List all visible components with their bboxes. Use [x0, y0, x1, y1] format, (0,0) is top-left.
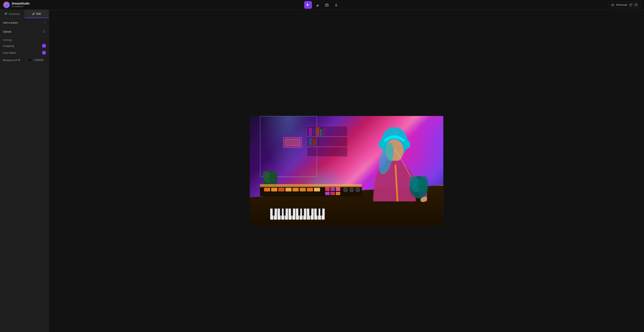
- svg-rect-55: [325, 187, 330, 191]
- svg-rect-10: [612, 5, 612, 5]
- svg-rect-35: [317, 137, 320, 146]
- piano-key: [309, 208, 311, 216]
- svg-rect-32: [322, 128, 326, 136]
- svg-rect-17: [6, 14, 7, 15]
- svg-rect-46: [260, 184, 362, 187]
- svg-rect-18: [7, 13, 7, 13]
- svg-rect-16: [5, 14, 6, 15]
- svg-rect-34: [312, 139, 316, 146]
- tab-generate[interactable]: Generate: [0, 10, 24, 18]
- svg-rect-50: [286, 188, 292, 191]
- svg-rect-8: [613, 4, 613, 4]
- piano-key: [284, 208, 286, 216]
- svg-rect-26: [307, 136, 348, 137]
- svg-rect-15: [6, 13, 7, 14]
- svg-rect-3: [325, 4, 328, 6]
- tab-generate-label: Generate: [9, 12, 20, 15]
- shortcuts-button[interactable]: Shortcuts ⌘ K: [608, 2, 641, 8]
- bg-fill-hash-input: #: [34, 59, 46, 61]
- snapping-label: Snapping: [3, 44, 14, 47]
- app-header: DreamStudio by stability.ai: [0, 0, 644, 10]
- sidebar-tab-bar: Generate Edit: [0, 10, 49, 18]
- auto-flatten-label: Auto flatten: [3, 51, 16, 54]
- add-dream-row[interactable]: Add a dream +: [0, 18, 49, 27]
- svg-rect-56: [330, 187, 335, 191]
- svg-point-61: [344, 188, 348, 192]
- cursor-tool-button[interactable]: [304, 1, 312, 9]
- svg-rect-13: [612, 5, 614, 6]
- svg-rect-2: [316, 6, 319, 6]
- svg-rect-53: [307, 188, 313, 191]
- add-dream-label: Add a dream: [3, 21, 18, 24]
- auto-flatten-check-icon: ✓: [43, 51, 45, 54]
- screenshot-button[interactable]: [323, 1, 331, 9]
- svg-point-63: [356, 188, 360, 192]
- upload-section: Upload: [0, 27, 49, 36]
- synth-console: [260, 184, 362, 196]
- svg-rect-31: [320, 129, 322, 136]
- svg-rect-60: [336, 192, 340, 195]
- svg-rect-7: [612, 4, 613, 4]
- plant-right: [409, 175, 429, 199]
- snapping-checkbox[interactable]: ✓: [42, 44, 46, 48]
- snapping-row: Snapping ✓: [0, 42, 49, 49]
- piano-key: [302, 208, 304, 216]
- download-button[interactable]: [332, 1, 340, 9]
- settings-section: Settings Snapping ✓ Auto flatten ✓ Backg…: [0, 36, 49, 64]
- bg-fill-hex-input[interactable]: [35, 59, 46, 61]
- hash-symbol: #: [34, 59, 35, 61]
- svg-rect-28: [309, 128, 312, 136]
- kbd-k: K: [634, 3, 638, 6]
- canvas-image: [250, 116, 443, 226]
- svg-rect-44: [286, 139, 300, 146]
- neon-sign: [282, 136, 303, 149]
- svg-point-62: [350, 188, 354, 192]
- logo-area: DreamStudio by stability.ai: [3, 2, 30, 8]
- svg-point-0: [5, 3, 8, 6]
- header-right: Shortcuts ⌘ K: [608, 2, 641, 8]
- svg-rect-52: [300, 188, 306, 191]
- piano-key: [316, 208, 319, 216]
- auto-flatten-row: Auto flatten ✓: [0, 49, 49, 56]
- background-fill-label: Background fill: [3, 59, 20, 62]
- bg-fill-controls: #: [28, 58, 46, 62]
- svg-rect-30: [316, 127, 319, 136]
- upload-label: Upload: [3, 30, 11, 33]
- piano-key: [298, 208, 300, 216]
- svg-rect-29: [312, 129, 315, 136]
- piano-key: [291, 208, 293, 216]
- app-name: DreamStudio: [12, 2, 30, 5]
- svg-rect-12: [614, 5, 614, 5]
- svg-rect-1: [316, 4, 319, 6]
- eraser-tool-button[interactable]: [314, 1, 321, 9]
- svg-rect-6: [612, 4, 612, 4]
- logo-text: DreamStudio by stability.ai: [12, 2, 30, 7]
- add-dream-section: Add a dream +: [0, 18, 49, 27]
- sidebar: Generate Edit Add a dream + Upload: [0, 10, 49, 332]
- svg-rect-51: [292, 188, 299, 191]
- shortcuts-label: Shortcuts: [616, 3, 627, 6]
- svg-rect-57: [336, 187, 340, 191]
- bookshelf: [307, 126, 348, 157]
- piano-keys: [270, 208, 325, 220]
- settings-heading: Settings: [0, 36, 49, 42]
- svg-rect-9: [614, 4, 614, 4]
- svg-point-4: [326, 4, 328, 6]
- svg-rect-48: [271, 188, 277, 191]
- svg-rect-58: [325, 192, 330, 195]
- auto-flatten-checkbox[interactable]: ✓: [42, 51, 46, 54]
- svg-rect-54: [314, 188, 320, 191]
- upload-row[interactable]: Upload: [0, 27, 49, 36]
- bg-fill-swatch[interactable]: [28, 58, 32, 62]
- svg-rect-49: [278, 188, 284, 191]
- girl-silhouette: [362, 124, 427, 218]
- app-subtitle: by stability.ai: [12, 5, 30, 7]
- svg-rect-14: [5, 13, 6, 14]
- add-dream-icon: +: [44, 21, 46, 24]
- svg-rect-59: [330, 192, 335, 195]
- background-fill-row: Background fill #: [0, 56, 49, 64]
- tab-edit-label: Edit: [36, 12, 41, 15]
- canvas-area[interactable]: [49, 10, 644, 332]
- tab-edit[interactable]: Edit: [24, 10, 49, 18]
- main-content: Generate Edit Add a dream + Upload: [0, 10, 644, 332]
